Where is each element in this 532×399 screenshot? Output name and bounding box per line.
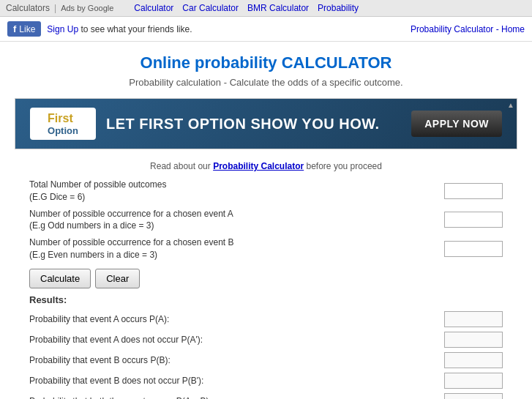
results-label: Results:	[29, 294, 503, 305]
clear-button[interactable]: Clear	[95, 269, 140, 288]
fb-bar: f Like Sign Up to see what your friends …	[0, 17, 532, 42]
input-event-a[interactable]	[444, 212, 503, 228]
nav-link-probability[interactable]: Probability	[318, 3, 359, 13]
label-pa-not: Probability that event A does not occur …	[29, 335, 444, 345]
fb-like-label: Like	[19, 24, 35, 34]
ad-icon: ▲	[507, 101, 514, 109]
main-content: Online probability CALCULATOR Probabilit…	[0, 42, 532, 399]
result-input-pb[interactable]	[444, 352, 503, 368]
form-row-total: Total Number of possible outcomes(E.G Di…	[29, 179, 503, 204]
calculate-button[interactable]: Calculate	[29, 269, 91, 288]
ad-logo-text: First Option	[48, 111, 78, 137]
nav-link-calculator[interactable]: Calculator	[134, 3, 173, 13]
read-about-link[interactable]: Probability Calculator	[213, 161, 304, 171]
input-total-outcomes[interactable]	[444, 183, 503, 199]
ads-label: Ads by Google	[61, 4, 113, 12]
result-row-pb: Probability that event B occurs P(B):	[29, 352, 503, 368]
nav-link-car-calculator[interactable]: Car Calculator	[182, 3, 239, 13]
fb-signup-text: Sign Up to see what your friends like.	[47, 24, 192, 34]
result-row-a-and-b: Probability that both the events occur P…	[29, 393, 503, 399]
label-a-and-b: Probability that both the events occur P…	[29, 396, 444, 399]
page-heading: Online probability CALCULATOR	[15, 53, 517, 72]
fb-like-button[interactable]: f Like	[7, 21, 41, 37]
ad-left: First Option LET FIRST OPTION SHOW YOU H…	[30, 108, 380, 140]
read-about-prefix: Read about our	[150, 161, 211, 171]
fb-icon: f	[13, 23, 16, 34]
label-event-b: Number of possible occurrence for a chos…	[29, 236, 444, 261]
result-input-pa-not[interactable]	[444, 332, 503, 348]
fb-friends-text: to see what your friends like.	[80, 24, 192, 34]
heading-plain: Online probability	[141, 53, 277, 72]
nav-link-bmr-calculator[interactable]: BMR Calculator	[247, 3, 309, 13]
form-row-event-b: Number of possible occurrence for a chos…	[29, 236, 503, 261]
ad-logo: First Option	[30, 108, 96, 140]
read-about-suffix: before you proceed	[307, 161, 382, 171]
page-subheading: Probability calculation - Calculate the …	[15, 77, 517, 88]
result-input-pa[interactable]	[444, 311, 503, 327]
ad-apply-button[interactable]: APPLY NOW	[411, 111, 502, 137]
read-about: Read about our Probability Calculator be…	[29, 161, 503, 171]
ad-logo-option: Option	[48, 125, 78, 136]
label-pa: Probability that event A occurs P(A):	[29, 314, 444, 324]
input-event-b[interactable]	[444, 241, 503, 257]
label-pb: Probability that event B occurs P(B):	[29, 355, 444, 365]
result-row-pa: Probability that event A occurs P(A):	[29, 311, 503, 327]
result-row-pa-not: Probability that event A does not occur …	[29, 332, 503, 348]
result-row-pb-not: Probability that event B does not occur …	[29, 373, 503, 389]
nav-calculators-label: Calculators	[6, 3, 50, 13]
btn-row: Calculate Clear	[29, 269, 503, 288]
result-input-pb-not[interactable]	[444, 373, 503, 389]
nav-separator: |	[54, 3, 56, 13]
ad-tagline: LET FIRST OPTION SHOW YOU HOW.	[106, 116, 380, 133]
heading-highlight: CALCULATOR	[282, 53, 392, 72]
fb-signup-link[interactable]: Sign Up	[47, 24, 78, 34]
fb-left: f Like Sign Up to see what your friends …	[7, 21, 192, 37]
ad-banner: First Option LET FIRST OPTION SHOW YOU H…	[15, 98, 517, 149]
prob-home-link[interactable]: Probability Calculator - Home	[411, 24, 525, 34]
top-nav: Calculators | Ads by Google Calculator C…	[0, 0, 532, 17]
label-event-a: Number of possible occurrence for a chos…	[29, 208, 444, 233]
label-pb-not: Probability that event B does not occur …	[29, 376, 444, 386]
label-total-outcomes: Total Number of possible outcomes(E.G Di…	[29, 179, 444, 204]
ad-logo-first: First	[48, 112, 73, 124]
form-row-event-a: Number of possible occurrence for a chos…	[29, 208, 503, 233]
result-input-a-and-b[interactable]	[444, 393, 503, 399]
calc-section: Read about our Probability Calculator be…	[15, 161, 517, 399]
nav-links: Calculator Car Calculator BMR Calculator…	[134, 3, 359, 13]
